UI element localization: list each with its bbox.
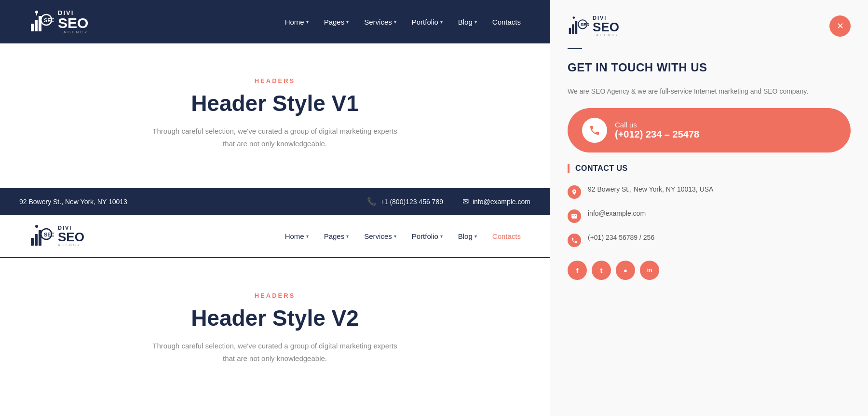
twitter-icon[interactable]: t — [592, 261, 611, 280]
email-icon-panel — [568, 209, 581, 223]
contact-section-title: CONTACT US — [568, 164, 851, 173]
call-icon-circle — [582, 118, 607, 143]
svg-point-18 — [573, 16, 575, 19]
svg-text:SEO: SEO — [44, 232, 54, 237]
side-panel: SEO DIVI SEO AGENCY ✕ GET IN TOUCH WITH … — [550, 0, 868, 416]
call-us-button[interactable]: Call us (+012) 234 – 25478 — [568, 108, 851, 153]
call-label: Call us — [615, 121, 699, 129]
header-v1: SEO DIVI SEO AGENCY Home ▾ Pages ▾ Servi… — [0, 0, 550, 43]
chevron-home-v1: ▾ — [306, 19, 309, 25]
logo-icon-v1: SEO — [29, 9, 54, 34]
logo-v1[interactable]: SEO DIVI SEO AGENCY — [29, 9, 88, 34]
call-text: Call us (+012) 234 – 25478 — [615, 121, 699, 140]
chevron-home-v2: ▾ — [306, 234, 309, 239]
email-icon-svg — [571, 213, 578, 220]
panel-divider — [568, 48, 582, 49]
logo-v2[interactable]: SEO DIVI SEO AGENCY — [29, 223, 84, 249]
contact-phone-text: (+01) 234 56789 / 256 — [588, 233, 654, 243]
social-icons: f t ● in — [568, 261, 851, 280]
logo-text-v2: DIVI SEO AGENCY — [58, 225, 84, 247]
info-phone-item: 📞 +1 (800)123 456 789 — [367, 197, 443, 206]
hero-label-v2: HEADERS — [19, 292, 530, 299]
phone-icon — [589, 125, 600, 136]
nav-v2: Home ▾ Pages ▾ Services ▾ Portfolio ▾ Bl… — [285, 232, 521, 240]
hero-section-v2: HEADERS Header Style V2 Through careful … — [0, 258, 550, 416]
info-email-item: ✉ info@example.com — [462, 197, 530, 206]
info-address: 92 Bowery St., New York, NY 10013 — [19, 198, 338, 206]
chevron-blog-v2: ▾ — [475, 234, 477, 239]
contact-email-text: info@example.com — [588, 208, 646, 219]
svg-rect-13 — [569, 28, 571, 34]
panel-agency-text: AGENCY — [593, 33, 619, 37]
nav-services-v1[interactable]: Services ▾ — [364, 18, 396, 26]
nav-contacts-v2[interactable]: Contacts — [492, 232, 521, 240]
panel-logo-icon: SEO — [568, 15, 589, 37]
panel-header: SEO DIVI SEO AGENCY ✕ — [568, 15, 851, 37]
hero-desc-v1: Through careful selection, we've curated… — [149, 125, 400, 150]
nav-contacts-v1[interactable]: Contacts — [492, 18, 521, 26]
nav-blog-v2[interactable]: Blog ▾ — [458, 232, 477, 240]
svg-rect-0 — [31, 24, 34, 31]
info-bar: 92 Bowery St., New York, NY 10013 📞 +1 (… — [0, 188, 550, 215]
close-button[interactable]: ✕ — [829, 15, 851, 37]
svg-rect-1 — [35, 20, 38, 31]
chevron-pages-v2: ▾ — [346, 234, 349, 239]
contact-address-text: 92 Bowery St., New York, NY 10013, USA — [588, 184, 713, 194]
contact-phone-item: (+01) 234 56789 / 256 — [568, 233, 851, 247]
chevron-services-v2: ▾ — [394, 234, 396, 239]
contact-info-list: 92 Bowery St., New York, NY 10013, USA i… — [568, 184, 851, 247]
chevron-pages-v1: ▾ — [346, 19, 349, 25]
contact-email-item: info@example.com — [568, 208, 851, 223]
hero-title-v1: Header Style V1 — [19, 90, 530, 116]
logo-seo-v1: SEO — [58, 16, 88, 30]
info-email: info@example.com — [473, 198, 530, 206]
info-contact-items: 📞 +1 (800)123 456 789 ✉ info@example.com — [367, 197, 530, 206]
chevron-portfolio-v2: ▾ — [440, 234, 443, 239]
call-number: (+012) 234 – 25478 — [615, 129, 699, 140]
panel-logo-text: DIVI SEO AGENCY — [593, 15, 619, 37]
nav-portfolio-v1[interactable]: Portfolio ▾ — [412, 18, 443, 26]
hero-label-v1: HEADERS — [19, 77, 530, 84]
nav-pages-v1[interactable]: Pages ▾ — [324, 18, 349, 26]
facebook-icon[interactable]: f — [568, 261, 587, 280]
svg-text:SEO: SEO — [581, 22, 589, 27]
svg-rect-14 — [572, 24, 574, 34]
hero-section-v1: HEADERS Header Style V1 Through careful … — [0, 43, 550, 188]
panel-logo: SEO DIVI SEO AGENCY — [568, 15, 619, 37]
logo-seo-v2: SEO — [58, 231, 84, 243]
info-phone: +1 (800)123 456 789 — [380, 198, 443, 206]
nav-blog-v1[interactable]: Blog ▾ — [458, 18, 477, 26]
contact-address-item: 92 Bowery St., New York, NY 10013, USA — [568, 184, 851, 199]
svg-point-5 — [35, 11, 38, 14]
logo-text-v1: DIVI SEO AGENCY — [58, 10, 88, 34]
svg-rect-8 — [35, 234, 38, 246]
nav-services-v2[interactable]: Services ▾ — [364, 232, 396, 240]
nav-v1: Home ▾ Pages ▾ Services ▾ Portfolio ▾ Bl… — [285, 18, 521, 26]
hero-desc-v2: Through careful selection, we've curated… — [149, 340, 400, 364]
logo-agency-v1: AGENCY — [58, 30, 88, 34]
chevron-blog-v1: ▾ — [475, 19, 477, 25]
location-icon-svg — [571, 189, 578, 195]
hero-title-v2: Header Style V2 — [19, 305, 530, 331]
instagram-icon[interactable]: ● — [616, 261, 635, 280]
chevron-services-v1: ▾ — [394, 19, 396, 25]
chevron-portfolio-v1: ▾ — [440, 19, 443, 25]
nav-pages-v2[interactable]: Pages ▾ — [324, 232, 349, 240]
logo-icon-v2: SEO — [29, 223, 54, 249]
location-icon — [568, 185, 581, 199]
panel-title: GET IN TOUCH WITH US — [568, 61, 851, 74]
linkedin-icon[interactable]: in — [640, 261, 659, 280]
phone-icon-panel — [568, 234, 581, 247]
header-v2: SEO DIVI SEO AGENCY Home ▾ Pages ▾ Servi… — [0, 215, 550, 258]
nav-home-v2[interactable]: Home ▾ — [285, 232, 309, 240]
nav-home-v1[interactable]: Home ▾ — [285, 18, 309, 26]
nav-portfolio-v2[interactable]: Portfolio ▾ — [412, 232, 443, 240]
email-icon-infobar: ✉ — [462, 197, 469, 206]
logo-agency-v2: AGENCY — [58, 243, 84, 247]
panel-seo-text: SEO — [593, 21, 619, 33]
svg-text:SEO: SEO — [44, 17, 54, 23]
svg-rect-7 — [31, 238, 34, 246]
svg-point-12 — [35, 225, 38, 228]
phone-icon-svg — [571, 237, 578, 244]
phone-icon-infobar: 📞 — [367, 197, 377, 206]
